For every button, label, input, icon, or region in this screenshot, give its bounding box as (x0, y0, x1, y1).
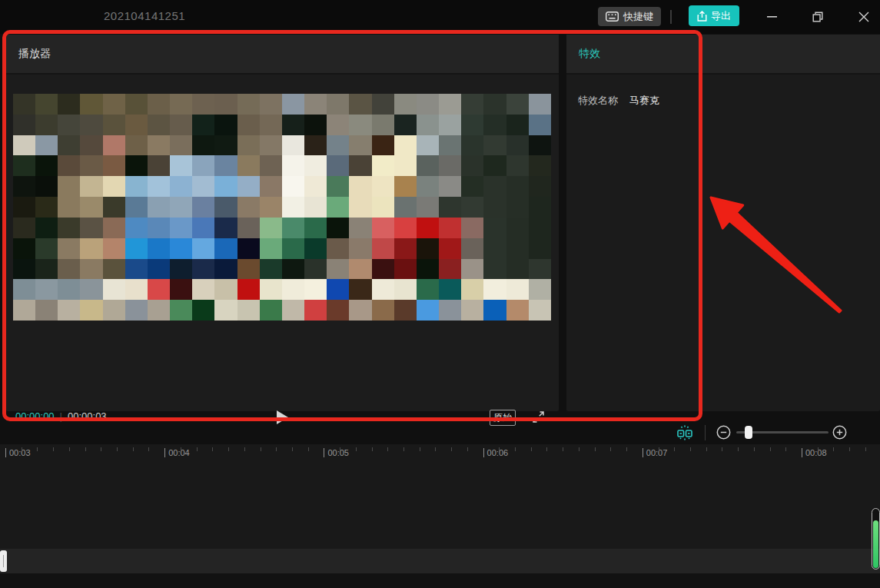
timeline-bottom-strip (0, 573, 880, 588)
ruler-minor-tick (722, 447, 722, 451)
ruler-time-label: 00:04 (168, 448, 190, 457)
ruler-major-tick (324, 448, 324, 457)
ruler-minor-tick (818, 447, 819, 451)
ruler-minor-tick (865, 447, 866, 451)
ruler-time-label: 00:05 (327, 448, 349, 457)
ruler-minor-tick (451, 447, 452, 451)
close-icon (858, 12, 869, 22)
ruler-minor-tick (754, 447, 755, 451)
clip-trim-handle[interactable] (0, 550, 7, 572)
ruler-minor-tick (849, 447, 850, 451)
ruler-minor-tick (53, 447, 54, 451)
timeline-toolbar (0, 421, 880, 444)
project-title: 202104141251 (104, 9, 185, 22)
player-panel: 播放器 00:00:00 | 00:00:03 原始 (6, 35, 559, 411)
effect-name-row: 特效名称 马赛克 (578, 94, 659, 108)
ruler-major-tick (802, 448, 802, 457)
ruler-major-tick (5, 448, 6, 457)
share-up-icon (697, 11, 707, 22)
titlebar-separator (670, 10, 672, 24)
export-button[interactable]: 导出 (689, 5, 739, 26)
ruler-minor-tick (579, 447, 579, 451)
ruler-minor-tick (770, 447, 771, 451)
ruler-minor-tick (69, 447, 70, 451)
timeline-ruler[interactable]: 00:0300:0400:0500:0600:0700:08 (0, 444, 880, 461)
effects-panel-title: 特效 (579, 47, 600, 61)
ruler-minor-tick (117, 447, 118, 451)
ruler-minor-tick (706, 447, 707, 451)
timeline-area: 00:0300:0400:0500:0600:0700:08 (0, 444, 880, 588)
ruler-minor-tick (308, 447, 309, 451)
video-preview-mosaic (13, 94, 551, 321)
ruler-minor-tick (261, 447, 261, 451)
ruler-minor-tick (499, 447, 500, 451)
effect-name-value: 马赛克 (629, 94, 659, 108)
ruler-minor-tick (403, 447, 404, 451)
ruler-minor-tick (435, 447, 436, 451)
ruler-minor-tick (37, 447, 38, 451)
ruler-minor-tick (595, 447, 596, 451)
ruler-time-label: 00:07 (646, 448, 668, 457)
split-clip-button[interactable] (675, 424, 695, 442)
ruler-time-label: 00:08 (805, 448, 827, 457)
toolbar-separator (705, 425, 706, 440)
timeline-track-lane[interactable] (0, 549, 880, 573)
effect-name-label: 特效名称 (578, 94, 618, 108)
ruler-minor-tick (372, 447, 373, 451)
ruler-minor-tick (85, 447, 86, 451)
ruler-minor-tick (738, 447, 739, 451)
effects-panel-header: 特效 (566, 35, 880, 75)
timeline-vertical-scrollbar[interactable] (872, 508, 880, 570)
ruler-minor-tick (785, 447, 786, 451)
current-time: 00:00:00 (15, 410, 55, 422)
export-button-label: 导出 (711, 9, 731, 23)
ruler-major-tick (164, 448, 165, 457)
ruler-minor-tick (244, 447, 245, 451)
ruler-minor-tick (690, 447, 691, 451)
effects-panel: 特效 特效名称 马赛克 (566, 35, 880, 411)
ruler-minor-tick (659, 447, 659, 451)
ruler-minor-tick (833, 447, 834, 451)
ruler-minor-tick (467, 447, 468, 451)
restore-icon (812, 12, 823, 22)
ruler-minor-tick (626, 447, 627, 451)
shortcuts-button-label: 快捷键 (623, 10, 653, 24)
ruler-time-label: 00:06 (487, 448, 509, 457)
ruler-minor-tick (228, 447, 229, 451)
ruler-minor-tick (546, 447, 547, 451)
ruler-time-label: 00:03 (9, 448, 31, 457)
ruler-minor-tick (563, 447, 563, 451)
timeline-zoom-slider[interactable] (736, 431, 829, 434)
split-clip-icon (676, 424, 694, 441)
ruler-minor-tick (197, 447, 198, 451)
ruler-minor-tick (515, 447, 516, 451)
ruler-minor-tick (133, 447, 134, 451)
ruler-minor-tick (356, 447, 357, 451)
ruler-minor-tick (181, 447, 181, 451)
zoom-in-button[interactable] (831, 424, 848, 440)
zoom-in-icon (832, 425, 847, 440)
ruler-major-tick (483, 448, 484, 457)
ruler-minor-tick (276, 447, 277, 451)
shortcuts-button[interactable]: 快捷键 (598, 7, 661, 26)
ruler-minor-tick (292, 447, 293, 451)
minimize-button[interactable] (759, 5, 784, 29)
total-time: 00:00:03 (68, 410, 107, 422)
zoom-slider-handle[interactable] (745, 426, 752, 439)
ruler-minor-tick (674, 447, 675, 451)
maximize-button[interactable] (805, 5, 830, 29)
ruler-minor-tick (610, 447, 611, 451)
ruler-minor-tick (340, 447, 340, 451)
ruler-minor-tick (420, 447, 420, 451)
ruler-major-tick (643, 448, 643, 457)
time-display: 00:00:00 | 00:00:03 (15, 410, 107, 422)
scrollbar-green-fill (873, 520, 878, 568)
close-button[interactable] (852, 5, 876, 29)
titlebar: 202104141251 快捷键 导出 (0, 0, 880, 34)
ruler-minor-tick (22, 447, 22, 451)
player-panel-title: 播放器 (18, 47, 51, 61)
zoom-out-button[interactable] (715, 424, 732, 440)
ruler-minor-tick (387, 447, 388, 451)
ruler-minor-tick (101, 447, 101, 451)
keyboard-icon (606, 12, 619, 22)
